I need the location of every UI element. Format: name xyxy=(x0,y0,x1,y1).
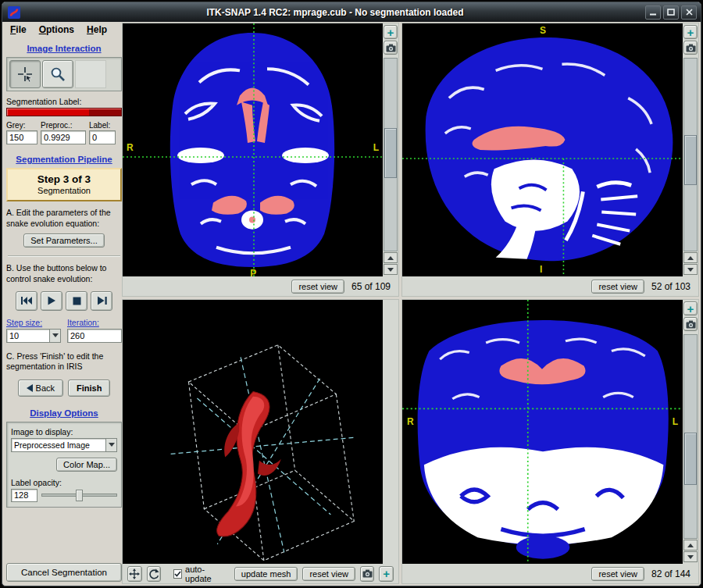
coronal-scroll-up-button[interactable] xyxy=(683,540,698,551)
step-size-dropdown-arrow[interactable] xyxy=(49,329,61,343)
tool-slot-empty xyxy=(75,60,106,88)
iteration-label: Iteration: xyxy=(67,318,122,327)
coronal-scrollbar-trough[interactable] xyxy=(683,334,698,539)
axial-scroll-up-button[interactable] xyxy=(384,252,398,263)
sagittal-reset-view-button[interactable]: reset view xyxy=(591,280,644,294)
arrow-up-icon xyxy=(687,256,694,260)
sagittal-expand-button[interactable]: + xyxy=(683,25,698,39)
play-button[interactable] xyxy=(41,291,62,311)
image-dropdown-arrow[interactable] xyxy=(105,438,117,452)
mesh-trackball-mode-button[interactable] xyxy=(147,566,162,582)
plus-icon: + xyxy=(687,303,694,315)
mesh-3d-view-panel: auto-update update mesh reset view + xyxy=(122,299,399,584)
instruction-a: A. Edit the parameters of the snake evol… xyxy=(6,208,122,229)
menu-file[interactable]: File xyxy=(10,24,27,38)
coronal-expand-button[interactable]: + xyxy=(683,301,698,315)
mesh-3d-canvas[interactable] xyxy=(123,300,383,564)
set-parameters-button[interactable]: Set Parameters... xyxy=(23,233,105,248)
orientation-label-posterior: P xyxy=(250,268,256,276)
image-interaction-heading: Image Interaction xyxy=(6,44,122,53)
coronal-scrollbar-slider[interactable] xyxy=(684,433,697,486)
zoom-tool-button[interactable] xyxy=(42,60,73,88)
axial-view-panel: R L P + xyxy=(122,23,399,297)
label-opacity-field[interactable] xyxy=(11,489,37,502)
segmentation-label-swatch[interactable] xyxy=(6,108,122,116)
back-button[interactable]: Back xyxy=(18,380,63,397)
instruction-b: B. Use the buttons below to control snak… xyxy=(6,263,122,284)
title-bar: ITK-SNAP 1.4 RC2: mprage.cub - No segmen… xyxy=(2,2,701,22)
wizard-navigation: Back Finish xyxy=(6,380,122,397)
sagittal-slice-position: 52 of 103 xyxy=(651,281,691,292)
cancel-segmentation-button[interactable]: Cancel Segmentation xyxy=(6,563,122,582)
axial-slice-position: 65 of 109 xyxy=(352,281,391,292)
coronal-slice-position: 82 of 144 xyxy=(651,568,691,579)
arrow-down-icon xyxy=(687,555,694,559)
crosshair-tool-button[interactable] xyxy=(9,60,41,88)
axial-expand-button[interactable]: + xyxy=(384,25,398,39)
sagittal-scroll-down-button[interactable] xyxy=(683,264,698,275)
label-opacity-slider-handle[interactable] xyxy=(76,490,83,501)
orientation-label-right: R xyxy=(407,416,414,427)
axial-scrollbar-trough[interactable] xyxy=(384,58,398,251)
step-forward-button[interactable] xyxy=(91,291,112,311)
maximize-button[interactable] xyxy=(663,5,679,20)
arrow-up-icon xyxy=(687,543,694,547)
camera-icon xyxy=(686,320,696,329)
mesh-expand-button[interactable]: + xyxy=(379,566,394,582)
axial-screenshot-button[interactable] xyxy=(384,41,398,55)
sagittal-canvas[interactable]: S I xyxy=(402,23,683,276)
coronal-screenshot-button[interactable] xyxy=(683,317,698,331)
stop-button[interactable] xyxy=(66,291,87,311)
window-title: ITK-SNAP 1.4 RC2: mprage.cub - No segmen… xyxy=(25,7,645,18)
camera-icon xyxy=(362,569,373,578)
sagittal-scrollbar-trough[interactable] xyxy=(683,58,698,251)
color-map-button[interactable]: Color Map... xyxy=(56,458,117,472)
mesh-screenshot-button[interactable] xyxy=(360,566,375,582)
sagittal-scrollbar-slider[interactable] xyxy=(684,135,697,185)
sagittal-scan-image xyxy=(402,23,683,276)
axial-reset-view-button[interactable]: reset view xyxy=(291,280,344,294)
sagittal-slice-scrollbar[interactable] xyxy=(683,58,698,275)
back-button-label: Back xyxy=(36,383,55,393)
rewind-button[interactable] xyxy=(16,291,37,311)
preproc-label: Preproc.: xyxy=(41,121,86,130)
rotate-icon xyxy=(148,568,159,579)
finish-button-label: Finish xyxy=(77,383,102,393)
iteration-field[interactable] xyxy=(67,329,122,343)
label-opacity-control xyxy=(11,489,117,502)
sagittal-screenshot-button[interactable] xyxy=(683,41,698,55)
minimize-button[interactable] xyxy=(645,5,661,20)
update-mesh-button[interactable]: update mesh xyxy=(234,567,298,581)
mesh-reset-view-button[interactable]: reset view xyxy=(302,567,355,581)
sagittal-scroll-up-button[interactable] xyxy=(683,252,698,263)
finish-button[interactable]: Finish xyxy=(68,380,110,397)
menu-options[interactable]: Options xyxy=(39,24,74,38)
menu-help[interactable]: Help xyxy=(87,24,107,38)
coronal-reset-view-button[interactable]: reset view xyxy=(591,567,644,581)
chevron-down-icon xyxy=(52,333,59,337)
orientation-label-right: R xyxy=(127,142,134,153)
axial-canvas[interactable]: R L P xyxy=(123,23,383,276)
label-value-field[interactable] xyxy=(89,130,116,144)
grey-value-field[interactable] xyxy=(6,130,37,144)
image-to-display-dropdown[interactable]: Preprocessed Image xyxy=(11,438,117,452)
crosshair-cursor-icon xyxy=(16,66,34,83)
axial-slice-scrollbar[interactable] xyxy=(384,58,398,275)
label-opacity-slider[interactable] xyxy=(41,494,117,497)
axial-scrollbar-slider[interactable] xyxy=(384,128,397,178)
coronal-slice-scrollbar[interactable] xyxy=(683,334,698,562)
mesh-crosshair-mode-button[interactable] xyxy=(127,566,142,582)
crosshair-3d-icon xyxy=(129,568,140,579)
coronal-side-controls: + xyxy=(683,300,698,564)
image-to-display-label: Image to display: xyxy=(11,427,117,437)
mesh-3d-render xyxy=(123,300,383,564)
auto-update-checkbox[interactable] xyxy=(173,569,182,579)
close-button[interactable] xyxy=(681,5,697,20)
coronal-canvas[interactable]: R L xyxy=(402,300,683,564)
auto-update-control: auto-update xyxy=(173,565,222,583)
axial-scroll-down-button[interactable] xyxy=(384,264,398,275)
step-indicator: Step 3 of 3 Segmentation xyxy=(6,168,122,201)
preproc-value-field[interactable] xyxy=(41,130,86,144)
step-size-dropdown[interactable]: 10 xyxy=(6,329,61,343)
coronal-scroll-down-button[interactable] xyxy=(683,551,698,562)
